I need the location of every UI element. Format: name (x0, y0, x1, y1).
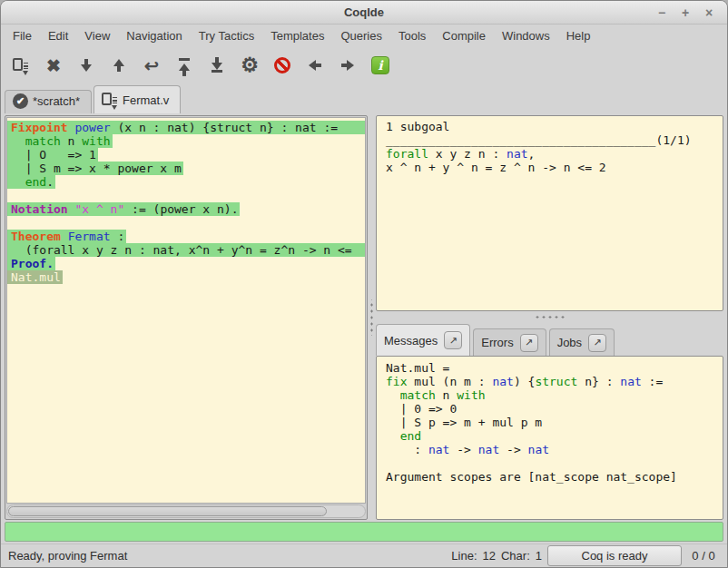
code-line: ______________________________________(1… (382, 133, 717, 147)
code-token: with (82, 134, 110, 148)
right-column: 1 subgoal_______________________________… (376, 115, 723, 520)
code-line: | S m => x * power x m (7, 162, 365, 175)
code-token: := (642, 375, 663, 388)
code-token: -> (499, 443, 527, 456)
title-bar[interactable]: CoqIde −+× (1, 1, 727, 24)
code-line: fix mul (n m : nat) {struct n} : nat := (382, 375, 717, 388)
code-token (11, 175, 25, 189)
code-line: match n with (382, 388, 717, 402)
menu-edit[interactable]: Edit (40, 26, 76, 45)
horizontal-scrollbar[interactable] (6, 504, 366, 518)
menu-help[interactable]: Help (558, 26, 599, 45)
minimize-button[interactable]: − (654, 5, 669, 20)
code-line (7, 216, 365, 230)
coq-status-button[interactable]: Coq is ready (547, 545, 682, 566)
arrow-up-bar-icon (177, 58, 192, 73)
code-line: x ^ n + y ^ n = z ^ n -> n <= 2 (382, 161, 717, 174)
check-circle-icon: ✔ (13, 93, 28, 109)
code-token: end (400, 429, 421, 443)
goals-pane[interactable]: 1 subgoal_______________________________… (376, 115, 723, 311)
status-bar: Ready, proving Fermat Line: 12 Char: 1 C… (1, 544, 727, 567)
tab-label: Messages (384, 334, 438, 348)
code-token: mul (n m : (407, 375, 492, 388)
status-message: Ready, proving Fermat (8, 549, 127, 563)
code-line: match n with (7, 134, 365, 148)
menu-compile[interactable]: Compile (434, 26, 494, 45)
go-to-cursor-button[interactable] (6, 51, 35, 80)
detach-arrow-icon: ↗ (449, 335, 457, 347)
window-title: CoqIde (1, 5, 727, 19)
code-token: -> (449, 443, 477, 456)
code-token: with (457, 388, 485, 402)
pane-splitter-horizontal[interactable] (376, 311, 723, 323)
backward-one-step-button[interactable] (104, 51, 133, 80)
scrollbar-thumb[interactable] (8, 506, 327, 516)
status-right: Line: 12 Char: 1 Coq is ready 0 / 0 (451, 545, 720, 566)
menu-windows[interactable]: Windows (494, 26, 558, 45)
forward-one-step-button[interactable] (72, 51, 101, 80)
script-editor[interactable]: Fixpoint power (x n : nat) {struct n} : … (6, 117, 366, 504)
code-token: forall (386, 147, 428, 161)
next-tab-button[interactable] (333, 51, 362, 80)
tab-jobs[interactable]: Jobs↗ (549, 328, 615, 356)
menu-templates[interactable]: Templates (262, 26, 332, 45)
previous-tab-button[interactable] (300, 51, 330, 80)
go-to-start-button[interactable] (170, 51, 199, 80)
code-token: fix (386, 375, 407, 388)
code-token: | S p => m + mul p m (386, 416, 542, 429)
code-token: ) { (514, 375, 535, 388)
code-token: | 0 => 0 (386, 402, 457, 416)
detach-button[interactable]: ↗ (444, 331, 462, 349)
code-line: Nat.mul = (382, 361, 717, 375)
code-token: x ^ n + y ^ n = z ^ n -> n <= 2 (386, 161, 606, 174)
detach-button[interactable]: ↗ (588, 334, 606, 352)
messages-pane[interactable]: Nat.mul =fix mul (n m : nat) {struct n} … (376, 356, 723, 520)
splitter-grip-icon (534, 315, 566, 319)
tab-scratch[interactable]: ✔*scratch* (5, 90, 92, 113)
arrow-down-bar-icon (210, 58, 224, 73)
maximize-button[interactable]: + (678, 5, 693, 20)
menu-file[interactable]: File (5, 26, 40, 45)
interrupt-button[interactable]: ✖ (39, 51, 68, 80)
code-line: | S p => m + mul p m (382, 416, 717, 429)
code-token: := (power x n). (124, 202, 238, 216)
menu-view[interactable]: View (76, 26, 118, 45)
line-label: Line: (451, 549, 477, 563)
detach-arrow-icon: ↗ (525, 337, 533, 348)
main-area: Fixpoint power (x n : nat) {struct n} : … (1, 113, 727, 520)
session-tab-bar: ✔*scratch*Fermat.v (1, 84, 727, 113)
code-token: Nat.mul (11, 270, 61, 284)
menu-queries[interactable]: Queries (332, 26, 390, 45)
restart-icon: ↩ (144, 55, 159, 76)
code-line: Theorem Fermat : (7, 230, 365, 243)
code-token: Notation (11, 202, 68, 216)
progress-bar-wrap (1, 520, 727, 544)
code-token: "x ^ n" (74, 202, 124, 216)
code-line: Nat.mul (7, 270, 365, 284)
arrow-down-icon (79, 58, 93, 73)
code-token: ______________________________________(1… (386, 133, 692, 147)
tab-messages[interactable]: Messages↗ (376, 324, 470, 356)
page-down-icon (102, 93, 118, 108)
code-token: nat (478, 443, 499, 456)
pane-splitter-vertical[interactable] (368, 115, 376, 520)
worker-counter: 0 / 0 (687, 549, 720, 563)
menu-try-tactics[interactable]: Try Tactics (191, 26, 262, 45)
code-line: 1 subgoal (382, 120, 717, 133)
detach-button[interactable]: ↗ (520, 334, 538, 352)
menu-tools[interactable]: Tools (390, 26, 434, 45)
page-down-icon (13, 58, 29, 73)
tab-fermatv[interactable]: Fermat.v (93, 85, 181, 113)
restart-button[interactable]: ↩ (137, 51, 166, 80)
code-line: Fixpoint power (x n : nat) {struct n} : … (7, 121, 365, 134)
menu-navigation[interactable]: Navigation (118, 26, 190, 45)
detach-arrow-icon: ↗ (594, 337, 602, 348)
preferences-button[interactable]: ⚙ (235, 51, 264, 80)
toolbar: ✖↩⚙i (1, 46, 727, 84)
go-to-end-button[interactable] (202, 51, 231, 80)
stop-button[interactable] (268, 51, 297, 80)
about-button[interactable]: i (366, 51, 395, 80)
tab-errors[interactable]: Errors↗ (473, 328, 546, 356)
close-button[interactable]: × (702, 5, 716, 20)
code-line: end. (7, 175, 365, 189)
